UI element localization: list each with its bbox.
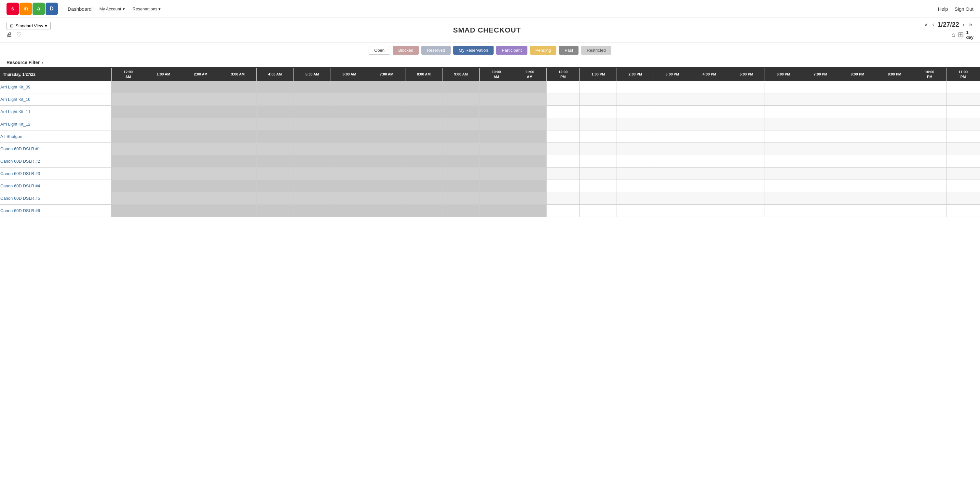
time-slot[interactable] — [728, 192, 765, 205]
time-slot[interactable] — [617, 81, 654, 94]
time-slot[interactable] — [839, 81, 876, 94]
resource-cell[interactable]: Canon 60D DSLR #1 — [0, 143, 111, 155]
time-slot[interactable] — [802, 168, 839, 180]
time-slot[interactable] — [947, 106, 980, 118]
resource-cell[interactable]: Canon 60D DSLR #4 — [0, 180, 111, 192]
time-slot[interactable] — [691, 205, 728, 217]
time-slot[interactable] — [654, 192, 691, 205]
time-slot[interactable] — [546, 130, 580, 143]
time-slot[interactable] — [728, 155, 765, 168]
time-slot[interactable] — [913, 192, 947, 205]
time-slot[interactable] — [728, 143, 765, 155]
time-slot[interactable] — [876, 81, 913, 94]
time-slot[interactable] — [802, 130, 839, 143]
nav-next-button[interactable]: › — [961, 21, 966, 29]
calendar-view-button[interactable]: ⊞ — [958, 30, 964, 39]
time-slot[interactable] — [546, 180, 580, 192]
time-slot[interactable] — [839, 155, 876, 168]
time-slot[interactable] — [580, 81, 617, 94]
time-slot[interactable] — [765, 155, 802, 168]
resource-cell[interactable]: Arri Light Kit_12 — [0, 118, 111, 130]
time-slot[interactable] — [546, 155, 580, 168]
time-slot[interactable] — [580, 94, 617, 106]
time-slot[interactable] — [728, 94, 765, 106]
time-slot[interactable] — [654, 155, 691, 168]
logo[interactable]: s m a D — [6, 3, 58, 15]
time-slot[interactable] — [617, 130, 654, 143]
time-slot[interactable] — [876, 118, 913, 130]
time-slot[interactable] — [765, 81, 802, 94]
time-slot[interactable] — [580, 205, 617, 217]
time-slot[interactable] — [947, 94, 980, 106]
time-slot[interactable] — [691, 168, 728, 180]
time-slot[interactable] — [947, 168, 980, 180]
time-slot[interactable] — [802, 180, 839, 192]
resource-cell[interactable]: AT Shotgun — [0, 130, 111, 143]
nav-prev-button[interactable]: ‹ — [931, 21, 935, 29]
time-slot[interactable] — [913, 81, 947, 94]
resource-cell[interactable]: Arri Light Kit_11 — [0, 106, 111, 118]
time-slot[interactable] — [839, 106, 876, 118]
home-view-button[interactable]: ⌂ — [952, 32, 955, 38]
time-slot[interactable] — [546, 118, 580, 130]
time-slot[interactable] — [876, 180, 913, 192]
time-slot[interactable] — [691, 118, 728, 130]
time-slot[interactable] — [546, 143, 580, 155]
nav-reservations[interactable]: Reservations ▾ — [133, 6, 161, 11]
time-slot[interactable] — [913, 205, 947, 217]
time-slot[interactable] — [876, 130, 913, 143]
time-slot[interactable] — [765, 94, 802, 106]
time-slot[interactable] — [617, 94, 654, 106]
time-slot[interactable] — [876, 94, 913, 106]
time-slot[interactable] — [802, 94, 839, 106]
time-slot[interactable] — [913, 94, 947, 106]
print-icon[interactable]: 🖨 — [6, 31, 12, 38]
time-slot[interactable] — [654, 180, 691, 192]
time-slot[interactable] — [654, 205, 691, 217]
time-slot[interactable] — [876, 168, 913, 180]
time-slot[interactable] — [580, 155, 617, 168]
time-slot[interactable] — [546, 81, 580, 94]
time-slot[interactable] — [728, 106, 765, 118]
time-slot[interactable] — [580, 168, 617, 180]
time-slot[interactable] — [580, 192, 617, 205]
time-slot[interactable] — [876, 106, 913, 118]
time-slot[interactable] — [617, 118, 654, 130]
time-slot[interactable] — [728, 81, 765, 94]
time-slot[interactable] — [617, 168, 654, 180]
time-slot[interactable] — [802, 155, 839, 168]
time-slot[interactable] — [728, 168, 765, 180]
time-slot[interactable] — [546, 168, 580, 180]
time-slot[interactable] — [876, 155, 913, 168]
time-slot[interactable] — [617, 192, 654, 205]
time-slot[interactable] — [617, 205, 654, 217]
nav-help[interactable]: Help — [938, 6, 948, 12]
time-slot[interactable] — [617, 180, 654, 192]
nav-my-account[interactable]: My Account ▾ — [99, 6, 125, 11]
time-slot[interactable] — [654, 130, 691, 143]
time-slot[interactable] — [617, 106, 654, 118]
nav-sign-out[interactable]: Sign Out — [955, 6, 974, 12]
time-slot[interactable] — [802, 192, 839, 205]
time-slot[interactable] — [913, 118, 947, 130]
time-slot[interactable] — [617, 143, 654, 155]
time-slot[interactable] — [947, 143, 980, 155]
time-slot[interactable] — [654, 81, 691, 94]
time-slot[interactable] — [691, 143, 728, 155]
time-slot[interactable] — [580, 106, 617, 118]
time-slot[interactable] — [580, 180, 617, 192]
time-slot[interactable] — [839, 168, 876, 180]
time-slot[interactable] — [580, 130, 617, 143]
time-slot[interactable] — [728, 180, 765, 192]
resource-cell[interactable]: Arri Light Kit_10 — [0, 94, 111, 106]
time-slot[interactable] — [728, 130, 765, 143]
time-slot[interactable] — [654, 94, 691, 106]
time-slot[interactable] — [728, 118, 765, 130]
resource-cell[interactable]: Canon 60D DSLR #3 — [0, 168, 111, 180]
time-slot[interactable] — [876, 192, 913, 205]
time-slot[interactable] — [913, 180, 947, 192]
time-slot[interactable] — [802, 81, 839, 94]
time-slot[interactable] — [765, 143, 802, 155]
resource-cell[interactable]: Canon 60D DSLR #6 — [0, 205, 111, 217]
nav-dashboard[interactable]: Dashboard — [68, 6, 91, 12]
